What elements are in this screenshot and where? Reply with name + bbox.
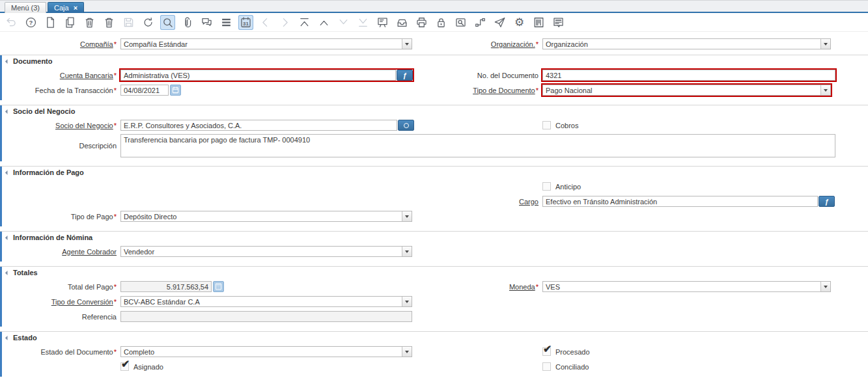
parent-record-button[interactable] xyxy=(316,15,331,30)
chevron-down-icon[interactable] xyxy=(820,85,830,95)
conciliado-checkbox[interactable]: ✔ xyxy=(542,362,551,371)
cobros-checkbox[interactable]: ✔ xyxy=(542,121,551,129)
collapse-icon[interactable] xyxy=(5,59,10,63)
section-info-nomina: Información de Nómina Agente Cobrador Ve… xyxy=(0,231,868,262)
cargo-field[interactable]: Efectivo en Tránsito Administración xyxy=(542,196,818,207)
section-totales: Totales Total del Pago* 5.917.563,54 Mon… xyxy=(0,266,868,327)
svg-text:?: ? xyxy=(29,18,33,25)
total-pago-label: Total del Pago xyxy=(68,283,113,291)
organizacion-select[interactable]: Organización xyxy=(542,38,831,49)
detail-record-button[interactable] xyxy=(336,15,351,30)
tipo-documento-label: Tipo de Documento xyxy=(473,87,535,94)
no-documento-field[interactable]: 4321 xyxy=(542,70,835,81)
send-mail-button[interactable] xyxy=(492,15,507,30)
moneda-label: Moneda xyxy=(509,283,535,291)
tipo-conversion-select[interactable]: BCV-ABC Estándar C.A xyxy=(120,296,412,307)
tipo-documento-select[interactable]: Pago Nacional xyxy=(542,85,831,96)
cuenta-bancaria-field[interactable]: Administrativa (VES) xyxy=(120,70,396,81)
fecha-group: 04/08/2021 xyxy=(120,85,181,96)
tipo-pago-select[interactable]: Depósito Directo xyxy=(120,211,412,222)
chevron-down-icon[interactable] xyxy=(402,247,412,256)
descripcion-label: Descripción xyxy=(79,142,117,150)
section-socio: Socio del Negocio Socio del Negocio* E.R… xyxy=(0,105,868,161)
delete-selection-button[interactable] xyxy=(102,15,117,30)
tab-menu[interactable]: Menú (3) xyxy=(5,2,46,13)
collapse-icon[interactable] xyxy=(5,170,10,174)
collapse-icon[interactable] xyxy=(5,235,10,239)
close-icon[interactable]: × xyxy=(74,5,77,11)
help-button[interactable]: ? xyxy=(23,15,38,30)
chevron-down-icon[interactable] xyxy=(402,39,412,49)
workflow-button[interactable] xyxy=(473,15,488,30)
anticipo-checkbox-group: ✔ Anticipo xyxy=(542,182,581,191)
save-button[interactable] xyxy=(121,15,136,30)
business-partner-info-button[interactable] xyxy=(398,120,414,131)
undo-button[interactable] xyxy=(4,15,19,30)
section-totales-header[interactable]: Totales xyxy=(0,267,868,278)
cuenta-bancaria-label: Cuenta Bancaria xyxy=(60,72,113,79)
total-pago-field[interactable]: 5.917.563,54 xyxy=(120,281,212,292)
delete-record-button[interactable] xyxy=(82,15,97,30)
agente-cobrador-select[interactable]: Vendedor xyxy=(120,246,412,257)
collapse-icon[interactable] xyxy=(5,335,10,340)
tab-caja[interactable]: Caja × xyxy=(48,2,84,13)
estado-documento-select[interactable]: Completo xyxy=(120,346,412,357)
first-record-button[interactable] xyxy=(297,15,312,30)
zoom-across-button[interactable] xyxy=(453,15,468,30)
chevron-down-icon[interactable] xyxy=(820,39,830,49)
info-circle-icon xyxy=(404,123,409,128)
product-info-button[interactable] xyxy=(531,15,546,30)
asignado-label: Asignado xyxy=(133,363,163,371)
fecha-transaccion-field[interactable]: 04/08/2021 xyxy=(120,85,169,96)
descripcion-textarea[interactable]: Transferencia bancaria por pago de factu… xyxy=(120,134,835,157)
calendar-picker-button[interactable] xyxy=(170,85,181,96)
total-pago-group: 5.917.563,54 xyxy=(120,281,224,292)
chevron-down-icon[interactable] xyxy=(820,282,830,291)
calendar-icon xyxy=(172,87,179,94)
referencia-label: Referencia xyxy=(82,313,117,321)
procesado-checkbox[interactable]: ✔ xyxy=(542,347,551,356)
asignado-checkbox[interactable]: ✔ xyxy=(120,362,129,371)
detail-panel-button[interactable] xyxy=(375,15,390,30)
calendar-button[interactable]: 31 xyxy=(238,15,253,30)
previous-record-button[interactable] xyxy=(258,15,273,30)
moneda-select[interactable]: VES xyxy=(542,281,831,292)
section-documento: Documento Cuenta Bancaria* Administrativ… xyxy=(0,55,868,100)
new-record-button[interactable] xyxy=(43,15,58,30)
procesado-label: Procesado xyxy=(555,348,590,356)
socio-negocio-field[interactable]: E.R.P. Consultores y Asociados, C.A. xyxy=(120,120,397,131)
lock-button[interactable] xyxy=(434,15,449,30)
section-info-pago-header[interactable]: Información de Pago xyxy=(0,167,868,178)
section-info-nomina-header[interactable]: Información de Nómina xyxy=(0,232,868,243)
anticipo-checkbox[interactable]: ✔ xyxy=(542,182,551,191)
chevron-down-icon[interactable] xyxy=(402,347,412,357)
collapse-icon[interactable] xyxy=(5,109,10,113)
section-socio-header[interactable]: Socio del Negocio xyxy=(0,105,868,116)
grid-toggle-button[interactable] xyxy=(219,15,234,30)
account-zoom-button[interactable]: ƒ xyxy=(397,70,413,81)
charge-zoom-button[interactable]: ƒ xyxy=(819,196,835,207)
compania-select[interactable]: Compañía Estándar xyxy=(120,38,412,49)
chevron-down-icon[interactable] xyxy=(402,211,412,221)
preferences-button[interactable]: ⚙ xyxy=(512,15,527,30)
calculator-button[interactable] xyxy=(213,281,224,292)
collapse-icon[interactable] xyxy=(5,270,10,275)
next-record-button[interactable] xyxy=(277,15,292,30)
attachment-button[interactable] xyxy=(180,15,195,30)
section-estado-header[interactable]: Estado xyxy=(0,332,868,343)
print-button[interactable] xyxy=(414,15,429,30)
chat-button[interactable] xyxy=(199,15,214,30)
tab-caja-label: Caja xyxy=(54,4,69,12)
section-documento-header[interactable]: Documento xyxy=(0,55,868,66)
refresh-button[interactable] xyxy=(141,15,156,30)
copy-record-button[interactable] xyxy=(63,15,77,30)
chevron-down-icon[interactable] xyxy=(402,297,412,306)
find-button[interactable] xyxy=(160,15,175,30)
last-record-button[interactable] xyxy=(356,15,371,30)
archive-button[interactable] xyxy=(395,15,410,30)
report-button[interactable] xyxy=(551,15,566,30)
calculator-icon xyxy=(215,283,222,290)
referencia-field[interactable] xyxy=(120,311,412,322)
compania-label: Compañía xyxy=(80,40,113,48)
socio-group: E.R.P. Consultores y Asociados, C.A. xyxy=(120,120,414,131)
